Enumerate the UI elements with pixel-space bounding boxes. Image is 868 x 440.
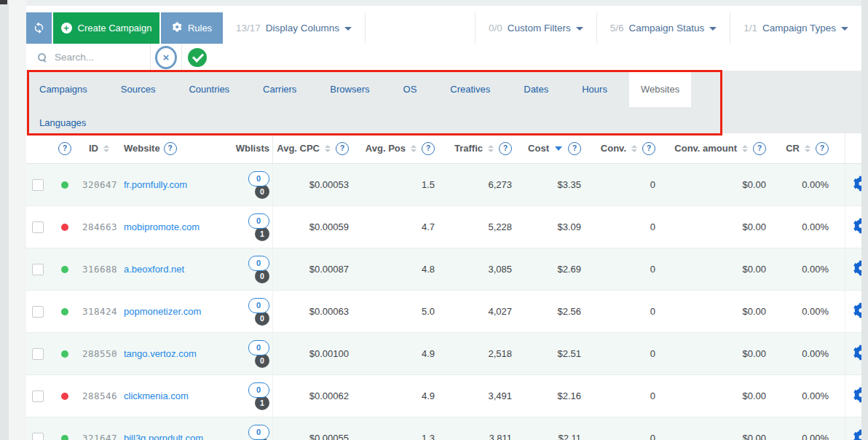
blacklist-badge[interactable]: 0 <box>255 311 269 326</box>
cell-conv-amount: $0.00 <box>658 179 768 190</box>
row-actions-gear-icon[interactable] <box>853 302 861 321</box>
website-link[interactable]: a.beoxford.net <box>124 264 184 275</box>
whitelist-badge[interactable]: 0 <box>248 340 269 355</box>
whitelist-badge[interactable]: 0 <box>248 425 269 440</box>
blacklist-badge[interactable]: 0 <box>255 269 269 283</box>
whitelist-badge[interactable]: 0 <box>248 298 269 313</box>
whitelist-badge[interactable]: 0 <box>248 382 269 398</box>
whitelist-badge[interactable]: 0 <box>248 256 269 271</box>
row-actions-gear-icon[interactable] <box>853 176 861 194</box>
row-checkbox[interactable] <box>32 433 44 440</box>
cell-traffic: 4,027 <box>437 306 514 317</box>
header-id[interactable]: ID <box>79 143 121 154</box>
sort-arrows-icon[interactable] <box>325 145 331 152</box>
chevron-down-icon <box>841 27 848 31</box>
row-actions-gear-icon[interactable] <box>853 429 861 440</box>
row-actions-gear-icon[interactable] <box>853 345 861 363</box>
search-box <box>26 51 150 63</box>
row-checkbox[interactable] <box>32 306 44 318</box>
website-link[interactable]: mobipromote.com <box>124 221 200 232</box>
header-conv-amount[interactable]: Conv. amount ? <box>658 142 768 155</box>
sort-arrows-icon[interactable] <box>103 145 109 152</box>
row-id: 284663 <box>79 221 121 232</box>
cell-cr: 0.00% <box>768 264 845 275</box>
tab-browsers[interactable]: Browsers <box>318 71 381 107</box>
help-icon[interactable]: ? <box>642 142 655 155</box>
rules-button[interactable]: Rules <box>161 12 223 44</box>
help-icon[interactable]: ? <box>753 142 766 155</box>
row-checkbox[interactable] <box>32 221 44 233</box>
row-actions-gear-icon[interactable] <box>853 260 861 278</box>
help-icon[interactable]: ? <box>568 142 581 155</box>
report-tabbar: CampaignsSourcesCountriesCarriersBrowser… <box>26 71 861 133</box>
website-link[interactable]: clickmenia.com <box>124 390 189 401</box>
tab-campaigns[interactable]: Campaigns <box>28 71 99 107</box>
row-id: 318424 <box>79 306 121 317</box>
apply-search-button[interactable] <box>182 44 213 71</box>
create-campaign-button[interactable]: + Create Campaign <box>53 12 159 44</box>
help-icon[interactable]: ? <box>164 142 177 155</box>
tabs-row-1: CampaignsSourcesCountriesCarriersBrowser… <box>26 71 861 107</box>
website-link[interactable]: tango.vertoz.com <box>124 348 197 359</box>
row-checkbox[interactable] <box>32 348 44 360</box>
header-conv[interactable]: Conv. ? <box>583 142 658 155</box>
blacklist-badge[interactable]: 1 <box>255 396 269 410</box>
sort-arrows-icon[interactable] <box>411 145 417 152</box>
website-link[interactable]: bill3g.porndult.com <box>124 433 203 440</box>
display-columns-dropdown[interactable]: 13/17 Display Columns <box>223 12 365 44</box>
help-icon[interactable]: ? <box>499 142 512 155</box>
chevron-down-icon <box>344 27 352 31</box>
refresh-button[interactable] <box>26 12 52 44</box>
sort-arrows-icon[interactable] <box>805 145 810 152</box>
sort-arrows-icon[interactable] <box>631 145 637 152</box>
tab-carriers[interactable]: Carriers <box>251 71 308 107</box>
row-checkbox[interactable] <box>32 390 44 402</box>
tab-creatives[interactable]: Creatives <box>438 71 502 107</box>
tab-languages[interactable]: Languages <box>28 111 98 133</box>
cell-traffic: 3,811 <box>437 433 514 440</box>
tab-websites[interactable]: Websites <box>629 71 691 107</box>
help-icon[interactable]: ? <box>816 142 829 155</box>
help-icon[interactable]: ? <box>58 142 71 155</box>
website-link[interactable]: popmonetizer.com <box>124 306 201 317</box>
sort-arrows-icon[interactable] <box>488 145 494 152</box>
help-icon[interactable]: ? <box>336 142 349 155</box>
website-link[interactable]: fr.pornfully.com <box>124 179 187 190</box>
header-cost[interactable]: Cost ? <box>514 142 583 155</box>
tab-dates[interactable]: Dates <box>512 71 560 107</box>
search-input[interactable] <box>53 51 129 63</box>
sort-arrows-icon[interactable] <box>742 145 748 152</box>
right-scroll-strip[interactable] <box>861 0 868 440</box>
clear-search-button[interactable]: × <box>151 44 181 71</box>
header-avg-pos[interactable]: Avg. Pos ? <box>351 142 437 155</box>
cell-avg-pos: 5.0 <box>351 306 437 317</box>
wblists-badges: 0 0 <box>248 256 269 283</box>
custom-filters-dropdown[interactable]: 0/0 Custom Filters <box>476 12 596 44</box>
header-cr[interactable]: CR ? <box>768 142 845 155</box>
row-checkbox[interactable] <box>32 179 44 191</box>
row-checkbox[interactable] <box>32 264 44 275</box>
help-icon[interactable]: ? <box>422 142 435 155</box>
whitelist-badge[interactable]: 0 <box>248 213 269 229</box>
cell-avg-cpc: $0.00053 <box>272 164 351 205</box>
blacklist-badge[interactable]: 1 <box>255 227 269 241</box>
campaign-status-dropdown[interactable]: 5/6 Campaign Status <box>597 12 730 44</box>
row-actions-gear-icon[interactable] <box>853 387 861 405</box>
tab-os[interactable]: OS <box>392 71 429 107</box>
header-traffic[interactable]: Traffic ? <box>437 142 514 155</box>
tab-hours[interactable]: Hours <box>570 71 619 107</box>
cell-avg-cpc: $0.00087 <box>272 248 351 290</box>
tab-sources[interactable]: Sources <box>109 71 167 107</box>
row-actions-gear-icon[interactable] <box>853 218 861 236</box>
campaign-types-dropdown[interactable]: 1/1 Campaign Types <box>730 12 861 44</box>
whitelist-badge[interactable]: 0 <box>248 171 269 186</box>
cell-avg-cpc: $0.00062 <box>272 375 351 417</box>
blacklist-badge[interactable]: 0 <box>255 184 269 199</box>
tab-countries[interactable]: Countries <box>177 71 241 107</box>
sort-desc-icon[interactable] <box>555 146 562 151</box>
cell-avg-cpc: $0.00063 <box>272 291 351 332</box>
cell-traffic: 2,518 <box>437 348 514 359</box>
blacklist-badge[interactable]: 0 <box>255 353 269 368</box>
header-avg-cpc[interactable]: Avg. CPC ? <box>272 133 351 163</box>
cell-traffic: 6,273 <box>437 179 514 190</box>
